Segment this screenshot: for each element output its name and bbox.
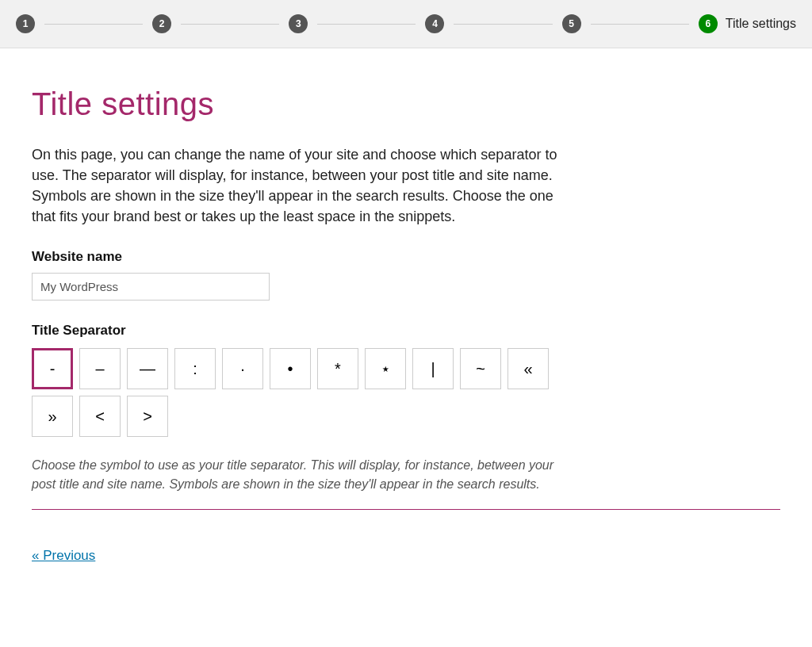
step-6[interactable]: 6 Title settings	[699, 14, 796, 33]
separator-options: - – — : · • * ⋆ | ~ « » < >	[32, 348, 587, 437]
separator-option-asterisk[interactable]: *	[317, 348, 358, 389]
step-4[interactable]: 4	[425, 14, 561, 33]
step-circle: 3	[289, 14, 308, 33]
step-1[interactable]: 1	[16, 14, 152, 33]
separator-option-pipe[interactable]: |	[412, 348, 454, 389]
step-5[interactable]: 5	[562, 14, 699, 33]
step-connector	[44, 24, 143, 25]
step-circle: 4	[425, 14, 444, 33]
website-name-input[interactable]	[32, 273, 270, 301]
separator-option-endash[interactable]: –	[79, 348, 121, 389]
step-2[interactable]: 2	[152, 14, 289, 33]
step-circle: 2	[152, 14, 171, 33]
step-connector	[181, 24, 279, 25]
step-circle-active: 6	[699, 14, 718, 33]
step-3[interactable]: 3	[289, 14, 425, 33]
wizard-content: Title settings On this page, you can cha…	[0, 48, 812, 647]
separator-option-tilde[interactable]: ~	[460, 348, 501, 389]
separator-option-middot[interactable]: ·	[222, 348, 263, 389]
step-label: Title settings	[726, 17, 796, 31]
step-circle: 1	[16, 14, 35, 33]
step-connector	[317, 24, 416, 25]
separator-option-bullet[interactable]: •	[270, 348, 311, 389]
title-separator-label: Title Separator	[32, 323, 780, 339]
website-name-label: Website name	[32, 249, 780, 265]
separator-hint: Choose the symbol to use as your title s…	[32, 456, 571, 492]
section-divider	[32, 509, 780, 510]
step-connector	[454, 24, 552, 25]
separator-option-laquo[interactable]: «	[508, 348, 549, 389]
separator-option-lt[interactable]: <	[79, 396, 121, 437]
page-title: Title settings	[32, 86, 780, 122]
step-connector	[591, 24, 689, 25]
separator-option-gt[interactable]: >	[127, 396, 168, 437]
wizard-stepper: 1 2 3 4 5 6 Title settings	[0, 0, 812, 48]
separator-option-star[interactable]: ⋆	[365, 348, 406, 389]
separator-option-emdash[interactable]: —	[127, 348, 168, 389]
separator-option-colon[interactable]: :	[174, 348, 216, 389]
previous-button[interactable]: « Previous	[32, 548, 95, 563]
separator-option-dash[interactable]: -	[32, 348, 73, 389]
page-intro: On this page, you can change the name of…	[32, 144, 571, 227]
step-circle: 5	[562, 14, 581, 33]
separator-option-raquo[interactable]: »	[32, 396, 73, 437]
